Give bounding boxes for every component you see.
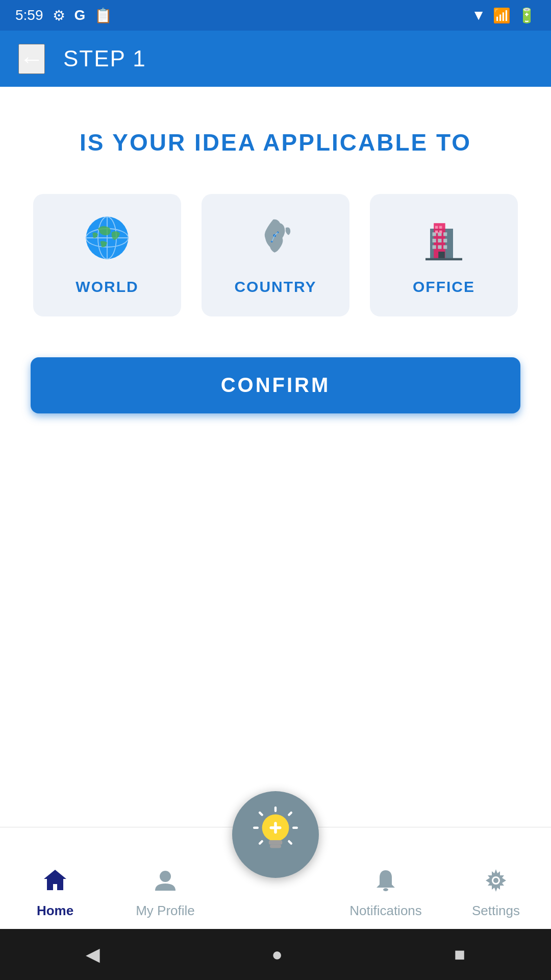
app-bar: ← STEP 1 bbox=[0, 31, 551, 87]
office-icon bbox=[421, 215, 467, 268]
clipboard-icon: 📋 bbox=[94, 7, 112, 24]
svg-rect-14 bbox=[443, 232, 447, 236]
svg-rect-35 bbox=[269, 840, 282, 845]
nav-notifications-label: Notifications bbox=[349, 903, 422, 919]
svg-line-34 bbox=[260, 841, 262, 843]
wifi-icon: ▼ bbox=[471, 7, 486, 23]
sys-home-button[interactable]: ● bbox=[271, 944, 283, 965]
nav-home-label: Home bbox=[37, 903, 73, 919]
sys-back-button[interactable]: ◀ bbox=[86, 944, 100, 965]
office-label: OFFICE bbox=[413, 278, 475, 296]
svg-point-39 bbox=[160, 871, 171, 882]
svg-rect-17 bbox=[443, 239, 447, 242]
svg-rect-21 bbox=[435, 226, 438, 228]
status-left: 5:59 ⚙ G 📋 bbox=[15, 7, 112, 24]
svg-rect-15 bbox=[433, 239, 436, 242]
svg-rect-24 bbox=[439, 230, 442, 233]
svg-rect-23 bbox=[435, 230, 438, 233]
svg-rect-26 bbox=[425, 258, 462, 260]
back-arrow-icon: ← bbox=[19, 45, 44, 73]
add-idea-fab[interactable] bbox=[232, 791, 319, 878]
settings-icon: ⚙ bbox=[53, 7, 65, 24]
back-button[interactable]: ← bbox=[18, 44, 45, 74]
options-row: WORLD COUNTRY bbox=[31, 194, 520, 316]
svg-rect-16 bbox=[438, 239, 441, 242]
svg-line-32 bbox=[260, 813, 262, 815]
svg-line-31 bbox=[289, 841, 291, 843]
lightbulb-icon bbox=[240, 799, 311, 870]
google-icon: G bbox=[74, 7, 86, 23]
world-label: WORLD bbox=[76, 278, 138, 296]
app-bar-title: STEP 1 bbox=[63, 46, 146, 71]
profile-icon bbox=[152, 867, 179, 898]
status-bar: 5:59 ⚙ G 📋 ▼ 📶 🔋 bbox=[0, 0, 551, 31]
fab-container bbox=[232, 791, 319, 878]
nav-item-profile[interactable]: My Profile bbox=[119, 867, 211, 919]
sys-nav-bar: ◀ ● ■ bbox=[0, 929, 551, 980]
svg-rect-18 bbox=[433, 245, 436, 249]
main-content: IS YOUR IDEA APPLICABLE TO WORLD bbox=[0, 87, 551, 434]
country-label: COUNTRY bbox=[234, 278, 316, 296]
status-right: ▼ 📶 🔋 bbox=[471, 7, 536, 24]
nav-settings-label: Settings bbox=[472, 903, 520, 919]
settings-nav-icon bbox=[483, 867, 509, 898]
option-card-world[interactable]: WORLD bbox=[33, 194, 181, 316]
sys-recent-button[interactable]: ■ bbox=[454, 944, 465, 965]
svg-point-40 bbox=[383, 888, 388, 891]
battery-icon: 🔋 bbox=[518, 7, 536, 24]
svg-rect-22 bbox=[439, 226, 442, 228]
svg-rect-20 bbox=[443, 245, 447, 249]
status-time: 5:59 bbox=[15, 7, 43, 23]
nav-item-home[interactable]: Home bbox=[9, 867, 101, 919]
page-heading: IS YOUR IDEA APPLICABLE TO bbox=[80, 128, 471, 158]
nav-item-notifications[interactable]: Notifications bbox=[340, 867, 432, 919]
option-card-office[interactable]: OFFICE bbox=[370, 194, 518, 316]
nav-item-settings[interactable]: Settings bbox=[450, 867, 542, 919]
country-icon bbox=[253, 215, 298, 268]
confirm-button[interactable]: CONFIRM bbox=[31, 357, 520, 413]
nav-profile-label: My Profile bbox=[136, 903, 195, 919]
svg-line-29 bbox=[289, 813, 291, 815]
svg-rect-25 bbox=[438, 252, 445, 259]
signal-icon: 📶 bbox=[493, 7, 511, 24]
svg-rect-36 bbox=[270, 845, 281, 848]
svg-rect-19 bbox=[438, 245, 441, 249]
world-icon bbox=[84, 215, 130, 268]
option-card-country[interactable]: COUNTRY bbox=[202, 194, 349, 316]
notifications-icon bbox=[372, 867, 399, 898]
svg-point-43 bbox=[493, 878, 498, 883]
home-icon bbox=[42, 867, 68, 898]
